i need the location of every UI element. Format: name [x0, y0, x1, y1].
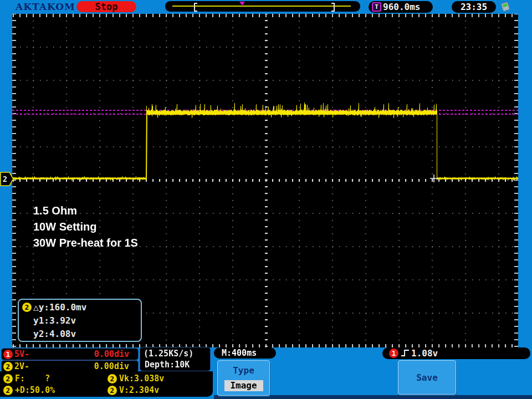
- meas-frequency: F: ?: [15, 374, 50, 383]
- ch2-scale: 2V-: [14, 361, 29, 371]
- meas-v-badge: 2: [108, 386, 117, 395]
- type-button-value[interactable]: Image: [224, 380, 263, 391]
- acquisition-info-box: (1.25KS/s) Depth:10K: [140, 347, 211, 371]
- footer-bottom-edge: [214, 395, 532, 399]
- meas-v: V:2.304v: [119, 385, 159, 395]
- trigger-time-value: 960.0ms: [383, 2, 420, 12]
- rising-edge-icon: [401, 349, 410, 358]
- trigger-bar-right-bracket: [331, 3, 335, 12]
- svg-text:2: 2: [3, 175, 7, 183]
- scope-display: 1.5 Ohm 10W Setting 30W Pre-heat for 1S …: [12, 14, 518, 347]
- ch1-readout: 1 5V- 0.00div: [1, 348, 139, 360]
- ch2-readout: 2 2V- 0.00div: [1, 360, 139, 372]
- type-button-label: Type: [218, 365, 269, 376]
- ch1-badge: 1: [3, 350, 13, 359]
- type-button[interactable]: Type Image: [217, 360, 270, 396]
- cursor-delta-y: △y:160.0mv: [33, 302, 86, 313]
- trigger-time-readout: T 960.0ms: [369, 1, 433, 13]
- cursor-y2: y2:4.08v: [33, 329, 141, 339]
- meas-vk-badge: 2: [108, 374, 117, 383]
- meas-duty-badge: 2: [3, 386, 13, 395]
- waveform-canvas: [12, 14, 518, 347]
- trigger-bar-line: [172, 6, 351, 7]
- meas-freq-badge: 2: [3, 374, 13, 383]
- ch2-offset: 0.00div: [94, 361, 129, 371]
- meas-duty: +D:50.0%: [15, 385, 55, 395]
- ch1-scale: 5V-: [14, 349, 29, 359]
- trigger-position-bar: [165, 1, 360, 12]
- cursor-panel-channel-badge: 2: [22, 303, 32, 312]
- annotation-line-1: 1.5 Ohm: [33, 203, 138, 219]
- measurement-panel: 2 F: ? 2 Vk:3.038v 2 +D:50.0% 2 V:2.304v: [0, 371, 213, 397]
- run-stop-indicator[interactable]: Stop: [76, 1, 136, 12]
- save-button[interactable]: Save: [398, 360, 456, 395]
- annotation-line-3: 30W Pre-heat for 1S: [33, 235, 138, 251]
- meas-vk: Vk:3.038v: [119, 374, 164, 383]
- usb-disk-icon: [499, 1, 512, 13]
- ch2-badge: 2: [3, 362, 13, 371]
- trigger-source-badge: 1: [389, 349, 398, 358]
- annotation-line-2: 10W Setting: [33, 219, 138, 235]
- trigger-level-readout: 1 1.08v: [382, 347, 530, 359]
- cursor-y1: y1:3.92v: [33, 315, 141, 326]
- trigger-time-icon: T: [372, 2, 381, 12]
- sample-rate: (1.25KS/s): [144, 349, 210, 359]
- trigger-bar-left-bracket: [194, 3, 197, 12]
- memory-depth: Depth:10K: [145, 360, 210, 370]
- annotation-text: 1.5 Ohm 10W Setting 30W Pre-heat for 1S: [33, 203, 138, 251]
- ch1-offset: 0.00div: [94, 349, 129, 359]
- timebase-readout: M:400ms: [214, 347, 276, 359]
- trigger-marker-flag-icon: [239, 2, 245, 6]
- cursor-measure-panel: 2 △y:160.0mv y1:3.92v y2:4.08v: [18, 299, 142, 342]
- trigger-level-value: 1.08v: [411, 348, 438, 359]
- clock: 23:35: [452, 1, 496, 13]
- brand-logo: AKTAKOM: [16, 1, 75, 13]
- channel-2-marker[interactable]: 2: [0, 172, 14, 186]
